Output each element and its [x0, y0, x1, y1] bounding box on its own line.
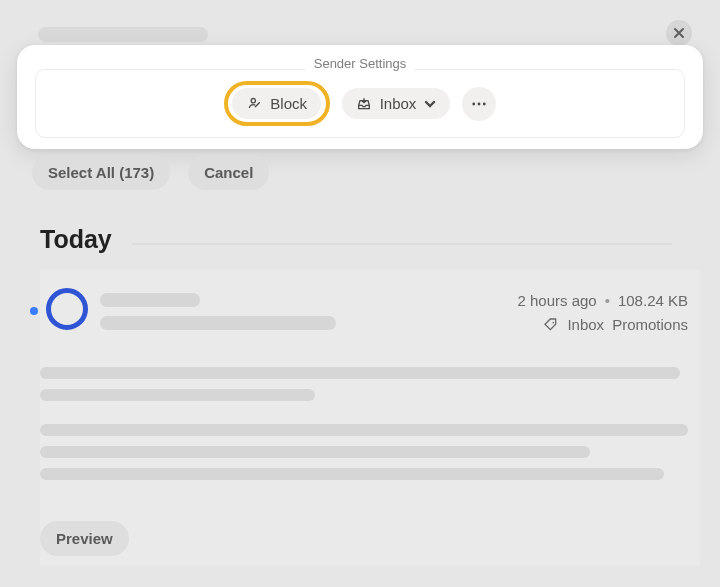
- tag-icon: [543, 317, 559, 333]
- more-icon: [470, 95, 488, 113]
- body-line-placeholder: [40, 367, 680, 379]
- label-promotions: Promotions: [612, 316, 688, 333]
- close-button[interactable]: [666, 20, 692, 46]
- panel-title: Sender Settings: [306, 56, 415, 71]
- svg-point-2: [478, 102, 481, 105]
- unread-indicator: [30, 307, 38, 315]
- svg-point-3: [483, 102, 486, 105]
- body-line-placeholder: [40, 446, 590, 458]
- svg-point-4: [553, 321, 555, 323]
- sender-settings-inner: Sender Settings Block Inbo: [35, 69, 685, 138]
- body-line-placeholder: [40, 424, 688, 436]
- message-labels: Inbox Promotions: [543, 316, 688, 333]
- chevron-down-icon: [424, 98, 436, 110]
- avatar-ring[interactable]: [46, 288, 88, 330]
- move-to-button[interactable]: Inbox: [342, 88, 451, 119]
- sender-line-placeholder: [100, 293, 200, 307]
- meta-separator: •: [605, 292, 610, 309]
- section-rule: [132, 243, 672, 245]
- body-line-placeholder: [40, 468, 664, 480]
- preview-button[interactable]: Preview: [40, 521, 129, 556]
- block-highlight-ring: Block: [224, 81, 330, 126]
- subject-placeholder: [100, 316, 336, 330]
- message-size: 108.24 KB: [618, 292, 688, 309]
- block-label: Block: [270, 95, 307, 112]
- body-line-placeholder: [40, 389, 315, 401]
- svg-point-0: [251, 98, 255, 102]
- cancel-button[interactable]: Cancel: [188, 155, 269, 190]
- select-all-button[interactable]: Select All (173): [32, 155, 170, 190]
- more-button[interactable]: [462, 87, 496, 121]
- label-inbox: Inbox: [567, 316, 604, 333]
- message-time: 2 hours ago: [517, 292, 596, 309]
- message-meta: 2 hours ago • 108.24 KB: [517, 292, 688, 309]
- panel-row: Block Inbox: [36, 70, 684, 137]
- sender-settings-panel: Sender Settings Block Inbo: [17, 45, 703, 149]
- bulk-action-row: Select All (173) Cancel: [32, 155, 269, 190]
- block-button[interactable]: Block: [232, 88, 321, 119]
- svg-point-1: [473, 102, 476, 105]
- close-icon: [673, 27, 685, 39]
- section-header: Today: [40, 227, 690, 252]
- message-card[interactable]: 2 hours ago • 108.24 KB Inbox Promotions…: [40, 270, 700, 566]
- move-to-label: Inbox: [380, 95, 417, 112]
- block-icon: [246, 96, 262, 112]
- section-title: Today: [40, 227, 128, 252]
- inbox-icon: [356, 96, 372, 112]
- sender-name-placeholder: [38, 27, 208, 42]
